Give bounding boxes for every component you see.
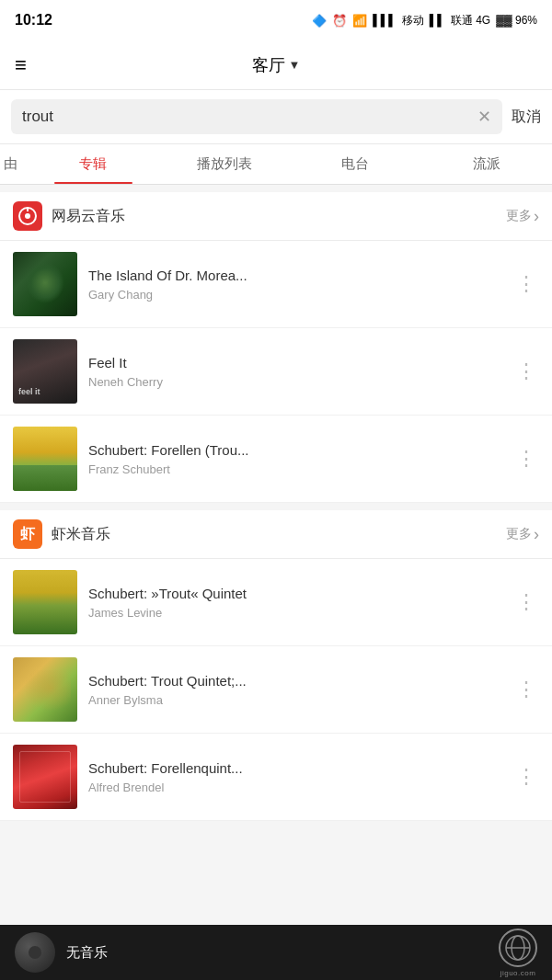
- more-options-button[interactable]: [512, 588, 539, 616]
- album-thumb: [13, 745, 77, 809]
- chevron-down-icon: ▼: [289, 58, 301, 72]
- netease-album-list: The Island Of Dr. Morea... Gary Chang Fe…: [0, 241, 552, 503]
- album-artist: Alfred Brendel: [88, 781, 501, 794]
- more-options-button[interactable]: [512, 270, 539, 298]
- xiami-section: 虾 虾米音乐 更多 Schubert: »Trout« Quintet Jame…: [0, 510, 552, 821]
- alarm-icon: ⏰: [332, 14, 347, 28]
- room-title: 客厅: [252, 54, 285, 76]
- xiami-section-header: 虾 虾米音乐 更多: [0, 510, 552, 559]
- logo-icon: [499, 929, 537, 967]
- list-item: The Island Of Dr. Morea... Gary Chang: [0, 241, 552, 328]
- netease-section: 网易云音乐 更多 The Island Of Dr. Morea... Gary…: [0, 192, 552, 503]
- tab-radio[interactable]: 电台: [290, 144, 421, 184]
- list-item: Schubert: Trout Quintet;... Anner Bylsma: [0, 646, 552, 734]
- logo-text: jiguo.com: [500, 969, 536, 977]
- search-query: trout: [22, 108, 53, 126]
- album-title: Feel It: [88, 355, 501, 370]
- search-clear-button[interactable]: ✕: [477, 107, 491, 127]
- signal-icon: ▌▌▌: [373, 14, 397, 27]
- no-music-label: 无音乐: [66, 944, 488, 962]
- status-bar: 10:12 🔷 ⏰ 📶 ▌▌▌ 移动 ▌▌ 联通 4G ▓▓ 96%: [0, 0, 552, 40]
- more-options-button[interactable]: [512, 763, 539, 791]
- album-title: Schubert: »Trout« Quintet: [88, 586, 501, 601]
- tab-genre[interactable]: 流派: [421, 144, 553, 184]
- tab-playlists[interactable]: 播放列表: [159, 144, 291, 184]
- album-artist: James Levine: [88, 606, 501, 620]
- list-item: Schubert: Forellen (Trou... Franz Schube…: [0, 416, 552, 503]
- album-info: Schubert: Forellen (Trou... Franz Schube…: [88, 442, 501, 476]
- menu-button[interactable]: ≡: [15, 53, 27, 77]
- album-thumb: [13, 252, 77, 316]
- xiami-more-button[interactable]: 更多: [506, 525, 539, 544]
- album-info: Schubert: Forellenquint... Alfred Brende…: [88, 760, 501, 794]
- status-icons: 🔷 ⏰ 📶 ▌▌▌ 移动 ▌▌ 联通 4G ▓▓ 96%: [312, 13, 537, 28]
- more-options-button[interactable]: [512, 676, 539, 703]
- now-playing-thumb: [15, 932, 55, 973]
- search-input-wrapper[interactable]: trout ✕: [11, 99, 502, 134]
- netease-icon: [13, 201, 42, 231]
- album-title: Schubert: Forellenquint...: [88, 760, 501, 776]
- tab-partial: 由: [0, 144, 28, 184]
- album-artist: Neneh Cherry: [88, 375, 501, 389]
- xiami-name: 虾米音乐: [52, 525, 110, 544]
- more-options-button[interactable]: [512, 358, 539, 385]
- carrier-unicom: 联通 4G: [451, 13, 490, 28]
- status-time: 10:12: [15, 12, 52, 28]
- album-info: The Island Of Dr. Morea... Gary Chang: [88, 268, 501, 302]
- carrier-mobile: 移动: [402, 13, 424, 28]
- netease-name: 网易云音乐: [52, 207, 125, 226]
- album-title: Schubert: Trout Quintet;...: [88, 673, 501, 689]
- album-artist: Franz Schubert: [88, 462, 501, 476]
- more-options-button[interactable]: [512, 445, 539, 473]
- bluetooth-icon: 🔷: [312, 14, 327, 28]
- album-artist: Anner Bylsma: [88, 693, 501, 707]
- signal-icon2: ▌▌: [430, 14, 445, 27]
- battery-icon: ▓▓ 96%: [496, 14, 537, 27]
- album-thumb: [13, 657, 77, 722]
- chevron-right-icon: [534, 525, 539, 544]
- search-bar: trout ✕ 取消: [0, 90, 552, 144]
- album-artist: Gary Chang: [88, 288, 501, 302]
- list-item: Schubert: »Trout« Quintet James Levine: [0, 559, 552, 646]
- album-info: Schubert: »Trout« Quintet James Levine: [88, 586, 501, 620]
- app-header: ≡ 客厅 ▼: [0, 40, 552, 90]
- netease-more-button[interactable]: 更多: [506, 207, 539, 226]
- jiguo-logo: jiguo.com: [499, 929, 537, 977]
- album-title: The Island Of Dr. Morea...: [88, 268, 501, 283]
- wifi-icon: 📶: [352, 14, 367, 28]
- svg-point-1: [25, 213, 30, 219]
- main-content: 网易云音乐 更多 The Island Of Dr. Morea... Gary…: [0, 185, 552, 924]
- list-item: Feel It Neneh Cherry: [0, 328, 552, 416]
- album-thumb: [13, 570, 77, 634]
- xiami-icon: 虾: [13, 519, 42, 549]
- tabs-bar: 由 专辑 播放列表 电台 流派: [0, 144, 552, 185]
- xiami-album-list: Schubert: »Trout« Quintet James Levine S…: [0, 559, 552, 821]
- list-item: Schubert: Forellenquint... Alfred Brende…: [0, 734, 552, 821]
- album-thumb: [13, 427, 77, 491]
- search-cancel-button[interactable]: 取消: [512, 108, 541, 127]
- album-info: Schubert: Trout Quintet;... Anner Bylsma: [88, 673, 501, 707]
- album-info: Feel It Neneh Cherry: [88, 355, 501, 389]
- bottom-player-bar: 无音乐 jiguo.com: [0, 925, 552, 980]
- header-title[interactable]: 客厅 ▼: [252, 54, 301, 76]
- netease-section-header: 网易云音乐 更多: [0, 192, 552, 241]
- album-title: Schubert: Forellen (Trou...: [88, 442, 501, 458]
- tab-albums[interactable]: 专辑: [28, 144, 159, 184]
- chevron-right-icon: [534, 207, 539, 226]
- album-thumb: [13, 339, 77, 404]
